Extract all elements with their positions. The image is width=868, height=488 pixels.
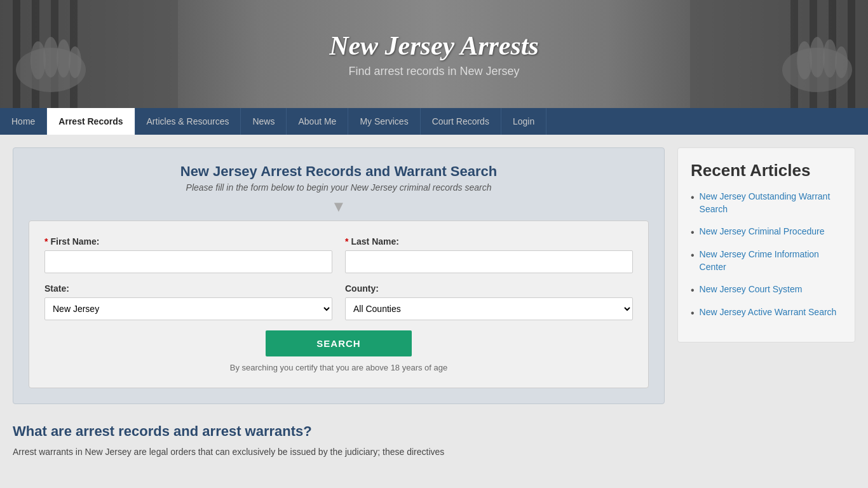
bullet-icon: • bbox=[691, 285, 695, 296]
sidebar-articles-list: • New Jersey Outstanding Warrant Search … bbox=[691, 191, 842, 319]
svg-point-7 bbox=[43, 37, 58, 78]
county-group: County: All Counties bbox=[345, 283, 633, 320]
list-item: • New Jersey Outstanding Warrant Search bbox=[691, 191, 842, 215]
header-center: New Jersey Arrests Find arrest records i… bbox=[178, 30, 690, 78]
bullet-icon: • bbox=[691, 227, 695, 238]
article-text: Arrest warrants in New Jersey are legal … bbox=[13, 445, 665, 459]
nav-articles[interactable]: Articles & Resources bbox=[135, 108, 241, 135]
bullet-icon: • bbox=[691, 192, 695, 203]
search-header: New Jersey Arrest Records and Warrant Se… bbox=[29, 163, 649, 193]
state-select[interactable]: New Jersey bbox=[44, 297, 332, 320]
article-section: What are arrest records and arrest warra… bbox=[13, 417, 665, 465]
search-button[interactable]: SEARCH bbox=[266, 330, 411, 356]
svg-point-19 bbox=[835, 46, 848, 78]
state-label: State: bbox=[44, 283, 332, 294]
site-title: New Jersey Arrests bbox=[178, 30, 690, 61]
sidebar-link-procedure[interactable]: New Jersey Criminal Procedure bbox=[700, 226, 825, 238]
main-nav: Home Arrest Records Articles & Resources… bbox=[0, 108, 868, 135]
sidebar-link-crime-info[interactable]: New Jersey Crime Information Center bbox=[700, 248, 842, 273]
svg-point-8 bbox=[57, 39, 71, 78]
last-name-group: *Last Name: bbox=[345, 236, 633, 273]
nav-services[interactable]: My Services bbox=[348, 108, 420, 135]
nav-arrest-records[interactable]: Arrest Records bbox=[47, 108, 135, 135]
search-title: New Jersey Arrest Records and Warrant Se… bbox=[29, 163, 649, 180]
list-item: • New Jersey Crime Information Center bbox=[691, 248, 842, 273]
search-arrow: ▼ bbox=[29, 198, 649, 215]
svg-rect-14 bbox=[848, 0, 855, 108]
main-container: New Jersey Arrest Records and Warrant Se… bbox=[0, 135, 868, 478]
header-image-left bbox=[0, 0, 178, 108]
last-name-input[interactable] bbox=[345, 250, 633, 273]
county-label: County: bbox=[345, 283, 633, 294]
location-row: State: New Jersey County: All Counties bbox=[44, 283, 633, 320]
nav-news[interactable]: News bbox=[241, 108, 287, 135]
sidebar-link-warrant[interactable]: New Jersey Outstanding Warrant Search bbox=[700, 191, 842, 215]
content-area: New Jersey Arrest Records and Warrant Se… bbox=[13, 147, 665, 465]
list-item: • New Jersey Active Warrant Search bbox=[691, 306, 842, 319]
first-name-required: * bbox=[44, 236, 48, 247]
nav-about[interactable]: About Me bbox=[287, 108, 348, 135]
site-header: New Jersey Arrests Find arrest records i… bbox=[0, 0, 868, 108]
search-subtitle: Please fill in the form below to begin y… bbox=[29, 182, 649, 193]
svg-point-17 bbox=[810, 37, 825, 78]
search-section: New Jersey Arrest Records and Warrant Se… bbox=[13, 147, 665, 404]
sidebar-link-court-system[interactable]: New Jersey Court System bbox=[700, 283, 803, 296]
list-item: • New Jersey Court System bbox=[691, 283, 842, 296]
nav-login[interactable]: Login bbox=[501, 108, 546, 135]
last-name-label: *Last Name: bbox=[345, 236, 633, 247]
site-subtitle: Find arrest records in New Jersey bbox=[178, 65, 690, 78]
first-name-group: *First Name: bbox=[44, 236, 332, 273]
search-button-row: SEARCH bbox=[44, 330, 633, 356]
state-group: State: New Jersey bbox=[44, 283, 332, 320]
last-name-required: * bbox=[345, 236, 348, 247]
sidebar: Recent Articles • New Jersey Outstanding… bbox=[677, 147, 855, 465]
article-title: What are arrest records and arrest warra… bbox=[13, 423, 665, 440]
first-name-input[interactable] bbox=[44, 250, 332, 273]
svg-point-9 bbox=[69, 46, 81, 78]
sidebar-box: Recent Articles • New Jersey Outstanding… bbox=[677, 147, 855, 342]
nav-court-records[interactable]: Court Records bbox=[421, 108, 501, 135]
list-item: • New Jersey Criminal Procedure bbox=[691, 226, 842, 238]
bullet-icon: • bbox=[691, 308, 695, 319]
county-select[interactable]: All Counties bbox=[345, 297, 633, 320]
svg-rect-1 bbox=[13, 0, 20, 108]
sidebar-link-active-warrant[interactable]: New Jersey Active Warrant Search bbox=[700, 306, 837, 319]
certify-text: By searching you certify that you are ab… bbox=[44, 363, 633, 372]
header-image-right bbox=[690, 0, 868, 108]
nav-home[interactable]: Home bbox=[0, 108, 47, 135]
bullet-icon: • bbox=[691, 250, 695, 261]
first-name-label: *First Name: bbox=[44, 236, 332, 247]
sidebar-title: Recent Articles bbox=[691, 161, 842, 180]
name-row: *First Name: *Last Name: bbox=[44, 236, 633, 273]
svg-point-18 bbox=[823, 39, 837, 78]
search-form: *First Name: *Last Name: State: bbox=[29, 220, 649, 388]
